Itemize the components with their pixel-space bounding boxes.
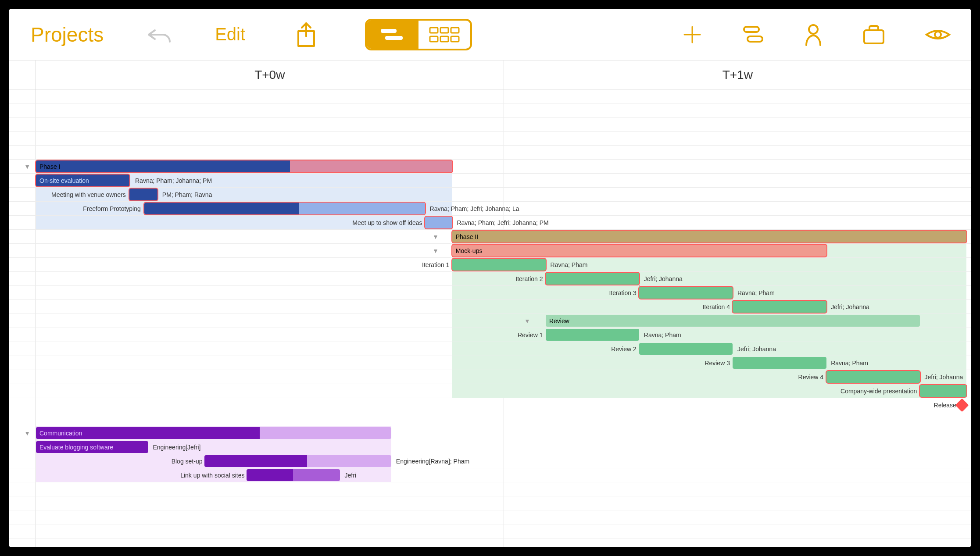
svg-rect-2: [385, 36, 403, 40]
undo-button[interactable]: [145, 24, 173, 45]
network-view-segment[interactable]: [418, 21, 470, 49]
task-rev1[interactable]: Review 1 Ravna; Pham: [9, 328, 971, 342]
timeline-column: T+1w: [504, 61, 972, 89]
svg-point-13: [935, 32, 941, 38]
task-label: Company-wide presentation: [841, 388, 917, 395]
task-rev4[interactable]: Review 4 Jefri; Johanna: [9, 370, 971, 384]
bar-label: Review: [546, 317, 569, 324]
svg-rect-6: [430, 36, 438, 42]
task-release-milestone[interactable]: Release: [9, 398, 971, 412]
task-label: Review 2: [611, 346, 637, 353]
task-meetup[interactable]: Meet up to show off ideas Ravna; Pham; J…: [9, 216, 971, 230]
disclosure-triangle-icon[interactable]: ▼: [524, 317, 530, 324]
resource-label: Jefri: [345, 472, 356, 479]
disclosure-triangle-icon[interactable]: ▼: [24, 163, 30, 170]
svg-rect-8: [451, 36, 459, 42]
bar-label: Communication: [36, 430, 82, 437]
resource-label: Ravna; Pham; Johanna; PM: [135, 177, 212, 184]
task-rev3[interactable]: Review 3 Ravna; Pham: [9, 356, 971, 370]
resource-label: Jefri; Johanna: [831, 303, 869, 310]
task-blog-setup[interactable]: Blog set-up Engineering[Ravna]; Pham: [9, 454, 971, 468]
task-label: Review 3: [705, 360, 730, 367]
resource-label: Engineering[Ravna]; Pham: [396, 458, 469, 465]
tasks-icon[interactable]: [741, 24, 765, 45]
resource-label: Ravna; Pham; Jefri; Johanna; PM: [457, 219, 548, 226]
bar-label: Mock-ups: [452, 247, 483, 254]
timeline-header: T+0w T+1w: [9, 61, 971, 89]
task-link-social[interactable]: Link up with social sites Jefri: [9, 468, 971, 482]
resource-label: Ravna; Pham: [551, 261, 588, 268]
task-label: Review 4: [798, 374, 824, 381]
view-options-icon[interactable]: [925, 26, 951, 43]
svg-rect-3: [430, 28, 438, 33]
resource-label: Jefri; Johanna: [737, 346, 776, 353]
projects-back-button[interactable]: Projects: [31, 23, 104, 46]
task-iter3[interactable]: Iteration 3 Ravna; Pham: [9, 286, 971, 300]
task-presentation[interactable]: Company-wide presentation: [9, 384, 971, 398]
task-label: Meeting with venue owners: [51, 191, 126, 198]
task-iter1[interactable]: Iteration 1 Ravna; Pham: [9, 258, 971, 272]
group-review[interactable]: ▼ Review: [9, 314, 971, 328]
disclosure-triangle-icon[interactable]: ▼: [433, 233, 439, 240]
task-label: Link up with social sites: [180, 472, 244, 479]
task-label: Iteration 2: [515, 275, 543, 282]
svg-rect-12: [864, 30, 883, 43]
task-label: Iteration 1: [422, 261, 449, 268]
resource-label: Ravna; Pham; Jefri; Johanna; La: [430, 205, 519, 212]
resource-label: Ravna; Pham: [644, 331, 681, 339]
resource-label: Ravna; Pham: [831, 360, 868, 367]
group-communication[interactable]: ▼ Communication: [9, 426, 971, 440]
disclosure-triangle-icon[interactable]: ▼: [24, 430, 30, 437]
bar-label: Phase I: [36, 163, 60, 170]
svg-point-11: [809, 25, 818, 34]
briefcase-icon[interactable]: [862, 24, 886, 45]
svg-rect-7: [440, 36, 448, 42]
task-label: Blog set-up: [172, 458, 203, 465]
task-label: Iteration 4: [703, 303, 730, 310]
svg-rect-1: [381, 29, 397, 33]
task-label: Meet up to show off ideas: [352, 219, 422, 226]
svg-rect-5: [451, 28, 459, 33]
task-label: Release: [934, 402, 956, 409]
bar-label: On-site evaluation: [36, 177, 89, 184]
task-iter2[interactable]: Iteration 2 Jefri; Johanna: [9, 272, 971, 286]
resource-label: Engineering[Jefri]: [153, 444, 201, 451]
edit-button[interactable]: Edit: [215, 25, 245, 44]
toolbar: Projects Edit: [9, 9, 971, 61]
timeline-column: T+0w: [36, 61, 504, 89]
resource-label: Ravna; Pham: [737, 289, 775, 296]
task-onsite[interactable]: On-site evaluation Ravna; Pham; Johanna;…: [9, 174, 971, 188]
group-mockups[interactable]: ▼ Mock-ups: [9, 244, 971, 258]
task-label: Iteration 3: [609, 289, 636, 296]
group-phase1[interactable]: ▼ Phase I: [9, 160, 971, 174]
resource-label: PM; Pham; Ravna: [162, 191, 212, 198]
gantt-view-segment[interactable]: [367, 21, 418, 49]
share-button[interactable]: [296, 21, 317, 48]
svg-rect-4: [440, 28, 448, 33]
gantt-chart[interactable]: ▼ Phase I On-si: [9, 89, 971, 547]
resource-label: Jefri; Johanna: [644, 275, 683, 282]
add-button[interactable]: [682, 24, 703, 45]
task-prototyping[interactable]: Freeform Prototyping Ravna; Pham; Jefri;…: [9, 202, 971, 216]
svg-rect-9: [744, 27, 759, 32]
task-label: Review 1: [518, 331, 543, 339]
task-rev2[interactable]: Review 2 Jefri; Johanna: [9, 342, 971, 356]
milestone-diamond-icon: [955, 398, 969, 412]
resource-label: Jefri; Johanna: [924, 374, 963, 381]
disclosure-triangle-icon[interactable]: ▼: [433, 247, 439, 254]
task-label: Freeform Prototyping: [83, 205, 141, 212]
view-mode-switch[interactable]: [365, 19, 472, 50]
group-phase2[interactable]: ▼ Phase II: [9, 230, 971, 244]
resources-icon[interactable]: [804, 23, 823, 46]
task-meeting[interactable]: Meeting with venue owners PM; Pham; Ravn…: [9, 188, 971, 202]
bar-label: Phase II: [452, 233, 478, 240]
task-iter4[interactable]: Iteration 4 Jefri; Johanna: [9, 300, 971, 314]
task-eval-blog[interactable]: Evaluate blogging software Engineering[J…: [9, 440, 971, 454]
svg-rect-10: [748, 36, 762, 42]
bar-label: Evaluate blogging software: [36, 444, 113, 451]
